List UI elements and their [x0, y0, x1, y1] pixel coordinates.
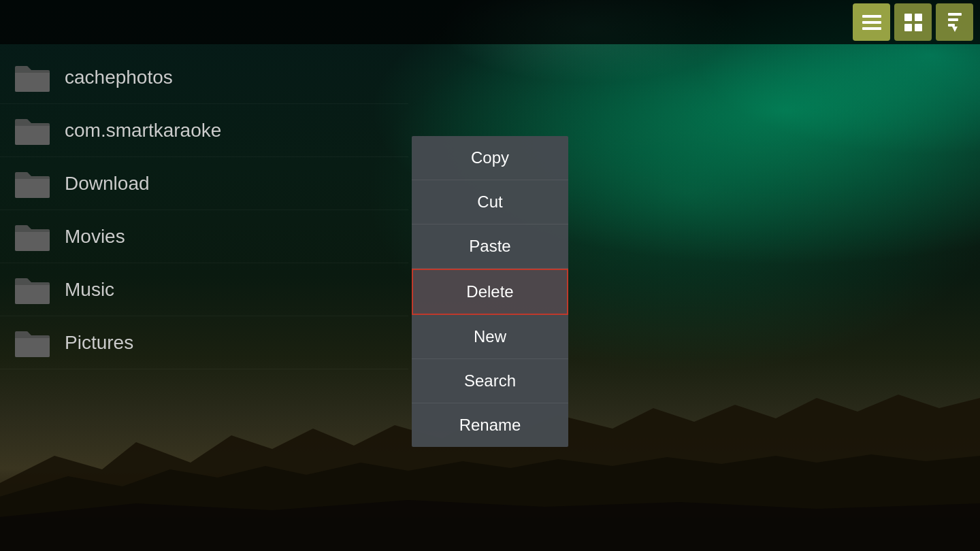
folder-icon: [14, 115, 51, 146]
file-item-cachephotos[interactable]: cachephotos: [0, 51, 408, 104]
file-name: Music: [65, 279, 114, 301]
svg-rect-6: [915, 24, 922, 31]
file-name: Download: [65, 173, 150, 195]
file-name: Movies: [65, 226, 125, 248]
folder-svg: [14, 274, 51, 305]
svg-rect-8: [948, 18, 958, 21]
folder-icon: [14, 221, 51, 252]
svg-rect-3: [904, 14, 912, 21]
sort-icon: [947, 13, 963, 32]
folder-svg: [14, 327, 51, 358]
file-item-download[interactable]: Download: [0, 157, 408, 210]
context-menu-item-copy[interactable]: Copy: [412, 136, 568, 180]
folder-svg: [14, 62, 51, 93]
file-item-pictures[interactable]: Pictures: [0, 316, 408, 369]
file-item-music[interactable]: Music: [0, 263, 408, 316]
header-right: [843, 3, 973, 41]
context-menu-item-rename[interactable]: Rename: [412, 403, 568, 447]
context-menu-item-delete[interactable]: Delete: [412, 269, 568, 315]
context-menu-item-paste[interactable]: Paste: [412, 224, 568, 269]
context-menu-item-new[interactable]: New: [412, 315, 568, 359]
svg-rect-9: [948, 24, 955, 27]
file-name: cachephotos: [65, 67, 173, 88]
file-item-smartkaraoke[interactable]: com.smartkaraoke: [0, 104, 408, 157]
svg-rect-4: [915, 14, 922, 21]
folder-icon: [14, 274, 51, 305]
svg-rect-1: [862, 21, 881, 24]
list-view-icon: [862, 14, 881, 31]
file-list: cachephotos com.smartkaraoke Download Mo…: [0, 44, 408, 551]
folder-svg: [14, 168, 51, 199]
folder-icon: [14, 62, 51, 93]
folder-svg: [14, 221, 51, 252]
svg-rect-2: [862, 27, 881, 30]
sort-button[interactable]: [936, 3, 973, 41]
context-menu: CopyCutPasteDeleteNewSearchRename: [412, 136, 568, 447]
file-item-movies[interactable]: Movies: [0, 210, 408, 263]
header: [0, 0, 980, 44]
svg-rect-5: [904, 24, 912, 31]
grid-view-icon: [904, 14, 922, 31]
folder-svg: [14, 115, 51, 146]
file-name: com.smartkaraoke: [65, 120, 221, 141]
svg-rect-7: [948, 13, 962, 16]
file-name: Pictures: [65, 332, 133, 354]
list-view-button[interactable]: [853, 3, 890, 41]
grid-view-button[interactable]: [894, 3, 932, 41]
context-menu-item-cut[interactable]: Cut: [412, 180, 568, 224]
context-menu-item-search[interactable]: Search: [412, 359, 568, 403]
svg-rect-0: [862, 15, 881, 18]
folder-icon: [14, 327, 51, 358]
folder-icon: [14, 168, 51, 199]
